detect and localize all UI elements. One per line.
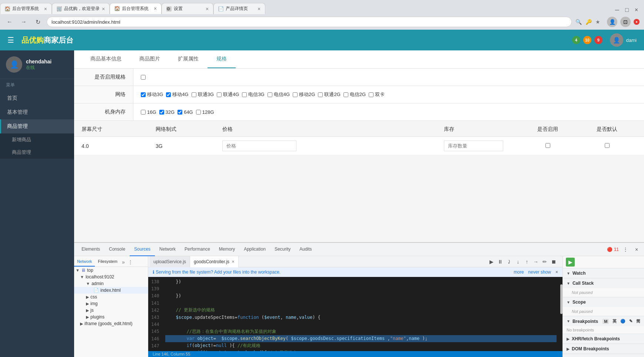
tree-item-indexhtml[interactable]: 📄 index.html [74, 287, 148, 294]
sidebar-item-goods[interactable]: 商品管理 [0, 119, 74, 133]
devtools-tab-audits[interactable]: Audits [295, 243, 316, 256]
sidebar-subitem-add[interactable]: 新增商品 [0, 133, 74, 146]
network-option-8[interactable]: 联通2G [318, 91, 340, 98]
tree-item-localhost[interactable]: ▼ localhost:9102 [74, 274, 148, 280]
tab-5[interactable]: 📄 产品详情页 × [213, 3, 265, 14]
file-tree-add[interactable]: ⋮ [126, 258, 135, 267]
tab-close-1[interactable]: × [44, 6, 47, 12]
code-pause-button[interactable]: ⏸ [496, 257, 505, 266]
tab-images[interactable]: 商品图片 [130, 50, 169, 68]
code-step-out-button[interactable]: ↑ [522, 257, 531, 266]
breakpoints-header[interactable]: ▼ Breakpoints M 英 🔵 ✎ 简 ⚙ [563, 316, 644, 326]
badge-red[interactable]: 9 [594, 36, 602, 44]
url-bar[interactable]: localhost:9102/admin/index.html [47, 17, 572, 27]
close-window-button[interactable]: × [635, 7, 638, 13]
global-header[interactable]: ▶ Global Listeners [563, 354, 644, 357]
sidebar-item-basic[interactable]: 基本管理 [0, 105, 74, 119]
devtools-more-button[interactable]: ⋮ [621, 245, 630, 254]
code-editor[interactable]: 138 139 140 141 142 143 144 145 146 147 [148, 277, 562, 351]
tree-item-plugins[interactable]: ▶ plugins [74, 314, 148, 320]
code-scroll[interactable] [560, 277, 562, 351]
file-tree-more[interactable]: » [120, 258, 126, 267]
tab-2[interactable]: 🛒 品优购，欢迎登录 × [52, 3, 110, 14]
code-stop-button[interactable]: ⏹ [549, 257, 558, 266]
tree-item-admin[interactable]: ▼ admin [74, 280, 148, 287]
row-enable-checkbox[interactable] [545, 143, 550, 148]
scope-header[interactable]: ▼ Scope [563, 297, 644, 307]
devtools-tab-application[interactable]: Application [239, 243, 270, 256]
tab-close-3[interactable]: × [154, 6, 157, 11]
xhr-header[interactable]: ▶ XHR/fetch Breakpoints [563, 334, 644, 344]
hamburger-menu[interactable]: ☰ [7, 36, 14, 44]
code-tab-goods-close[interactable]: × [232, 259, 235, 264]
tab-close-5[interactable]: × [258, 6, 260, 12]
devtools-tab-sources[interactable]: Sources [130, 243, 155, 256]
devtools-tab-performance[interactable]: Performance [180, 243, 215, 256]
network-option-6[interactable]: 电信4G [268, 91, 290, 98]
notification-dot[interactable]: ● [634, 19, 640, 25]
code-tab-goods[interactable]: goodsController.js × [190, 256, 239, 267]
back-button[interactable]: ← [4, 17, 15, 27]
memory-option-1[interactable]: 16G [141, 109, 156, 115]
dom-header[interactable]: ▶ DOM Breakpoints [563, 344, 644, 354]
network-option-3[interactable]: 联通3G [192, 91, 214, 98]
sidebar-item-home[interactable]: 首页 [0, 91, 74, 105]
devtools-tab-memory[interactable]: Memory [215, 243, 239, 256]
memory-option-3[interactable]: 64G [177, 109, 193, 115]
devtools-tab-security[interactable]: Security [270, 243, 295, 256]
info-close-icon[interactable]: × [555, 270, 558, 275]
bookmark-icon[interactable]: ★ [595, 19, 600, 25]
code-tab-upload[interactable]: uploadService.js [150, 256, 190, 267]
network-option-7[interactable]: 移动2G [293, 91, 315, 98]
tab-basic-info[interactable]: 商品基本信息 [82, 50, 130, 68]
tree-item-css[interactable]: ▶ css [74, 294, 148, 300]
network-option-5[interactable]: 电信3G [242, 91, 264, 98]
devtools-tab-console[interactable]: Console [104, 243, 130, 256]
key-icon[interactable]: 🔑 [585, 19, 592, 25]
bp-m-button[interactable]: M [602, 319, 609, 324]
tree-item-img[interactable]: ▶ img [74, 300, 148, 307]
price-input[interactable] [222, 141, 296, 151]
tab-close-4[interactable]: × [206, 6, 209, 12]
tree-item-js[interactable]: ▶ js [74, 307, 148, 314]
tree-item-top[interactable]: ▼ 🖥 top [74, 267, 148, 274]
file-tree-tab-network[interactable]: Network [74, 258, 95, 267]
search-icon[interactable]: 🔍 [575, 19, 582, 25]
network-option-2[interactable]: 移动4G [166, 91, 188, 98]
code-step-over-button[interactable]: ⤸ [505, 257, 514, 266]
tab-4[interactable]: ⚙ 设置 × [162, 3, 213, 14]
user-area[interactable]: 👤 dami [610, 33, 637, 47]
code-deactivate-button[interactable]: ✏ [540, 257, 549, 266]
resume-button[interactable]: ▶ [566, 258, 575, 267]
tab-specs[interactable]: 规格 [208, 50, 236, 68]
enable-checkbox[interactable] [141, 75, 146, 80]
sidebar-subitem-manage[interactable]: 商品管理 [0, 146, 74, 159]
call-stack-header[interactable]: ▼ Call Stack [563, 278, 644, 288]
minimize-button[interactable]: ─ [615, 7, 619, 13]
file-tree-tab-filesystem[interactable]: Filesystem [95, 258, 120, 267]
row-default-checkbox[interactable] [605, 143, 610, 148]
tree-item-iframe[interactable]: ▶ iframe (goods_edit.html) [74, 320, 148, 327]
network-option-1[interactable]: 移动3G [141, 91, 163, 98]
code-run-button[interactable]: ▶ [487, 257, 496, 266]
tab-3[interactable]: 🏠 后台管理系统 × [110, 3, 162, 14]
memory-option-2[interactable]: 32G [159, 109, 175, 115]
badge-orange[interactable]: 10 [583, 36, 591, 44]
code-step-button[interactable]: → [531, 257, 540, 266]
profile-button[interactable]: 👤 [607, 17, 617, 27]
code-step-into-button[interactable]: ↓ [514, 257, 522, 266]
network-option-9[interactable]: 电信2G [343, 91, 366, 98]
reload-button[interactable]: ↻ [33, 17, 43, 27]
tab-1[interactable]: 🏠 后台管理系统 × [0, 3, 52, 14]
tab-attributes[interactable]: 扩展属性 [169, 50, 208, 68]
cast-button[interactable]: ⊡ [620, 17, 631, 27]
network-option-10[interactable]: 双卡 [369, 91, 385, 98]
memory-option-4[interactable]: 128G [196, 109, 214, 115]
maximize-button[interactable]: □ [625, 7, 629, 13]
watch-header[interactable]: ▼ Watch [563, 268, 644, 278]
devtools-tab-elements[interactable]: Elements [77, 243, 104, 256]
code-scroll-thumb[interactable] [560, 284, 562, 314]
tab-close-2[interactable]: × [102, 6, 105, 12]
info-never-show-link[interactable]: never show [528, 270, 551, 275]
stock-input[interactable] [444, 141, 503, 151]
